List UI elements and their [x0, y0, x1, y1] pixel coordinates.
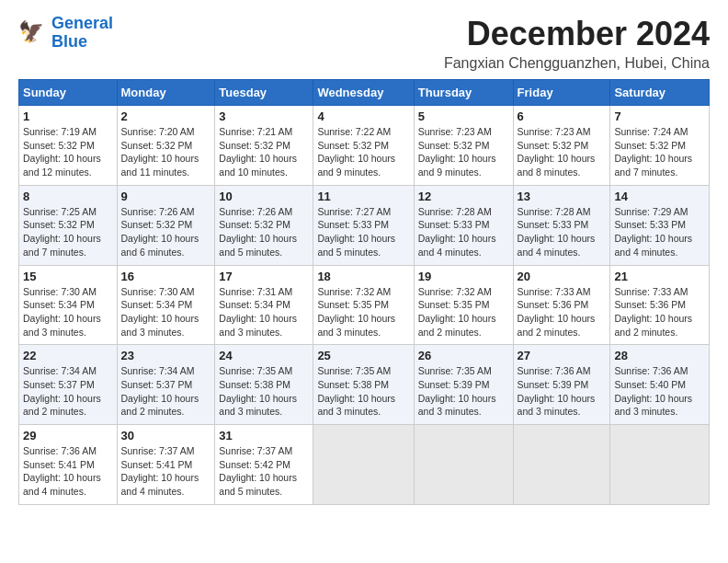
- day-number: 22: [23, 349, 113, 362]
- calendar-cell: 28Sunrise: 7:36 AMSunset: 5:40 PMDayligh…: [610, 345, 710, 425]
- weekday-header-cell: Saturday: [610, 80, 710, 106]
- weekday-header-cell: Thursday: [414, 80, 513, 106]
- cell-info: Sunrise: 7:32 AMSunset: 5:35 PMDaylight:…: [317, 285, 409, 339]
- weekday-header-cell: Friday: [513, 80, 610, 106]
- cell-info: Sunrise: 7:23 AMSunset: 5:32 PMDaylight:…: [518, 125, 607, 179]
- calendar-table: SundayMondayTuesdayWednesdayThursdayFrid…: [18, 79, 710, 505]
- calendar-cell: 23Sunrise: 7:34 AMSunset: 5:37 PMDayligh…: [117, 345, 215, 425]
- calendar-cell: [610, 425, 710, 505]
- cell-info: Sunrise: 7:25 AMSunset: 5:32 PMDaylight:…: [23, 205, 113, 259]
- calendar-week-row: 1Sunrise: 7:19 AMSunset: 5:32 PMDaylight…: [19, 106, 710, 186]
- cell-info: Sunrise: 7:22 AMSunset: 5:32 PMDaylight:…: [317, 125, 409, 179]
- day-number: 13: [518, 190, 607, 203]
- day-number: 23: [121, 349, 211, 362]
- cell-info: Sunrise: 7:26 AMSunset: 5:32 PMDaylight:…: [121, 205, 211, 259]
- calendar-cell: 8Sunrise: 7:25 AMSunset: 5:32 PMDaylight…: [19, 185, 118, 265]
- calendar-cell: [313, 425, 414, 505]
- calendar-cell: 1Sunrise: 7:19 AMSunset: 5:32 PMDaylight…: [19, 106, 118, 186]
- cell-info: Sunrise: 7:35 AMSunset: 5:38 PMDaylight:…: [317, 364, 409, 419]
- calendar-cell: 21Sunrise: 7:33 AMSunset: 5:36 PMDayligh…: [610, 265, 710, 345]
- day-number: 30: [121, 429, 211, 442]
- day-number: 5: [418, 109, 509, 123]
- day-number: 15: [23, 270, 113, 283]
- cell-info: Sunrise: 7:20 AMSunset: 5:32 PMDaylight:…: [121, 125, 211, 179]
- day-number: 31: [219, 429, 309, 442]
- weekday-header-row: SundayMondayTuesdayWednesdayThursdayFrid…: [19, 80, 710, 106]
- day-number: 9: [121, 190, 211, 203]
- day-number: 26: [418, 349, 509, 362]
- calendar-cell: 17Sunrise: 7:31 AMSunset: 5:34 PMDayligh…: [215, 265, 313, 345]
- month-title: December 2024: [444, 15, 710, 53]
- logo-icon: 🦅: [18, 18, 48, 48]
- weekday-header-cell: Monday: [117, 80, 215, 106]
- calendar-cell: 14Sunrise: 7:29 AMSunset: 5:33 PMDayligh…: [610, 185, 710, 265]
- cell-info: Sunrise: 7:23 AMSunset: 5:32 PMDaylight:…: [418, 125, 509, 179]
- day-number: 8: [23, 190, 113, 203]
- calendar-cell: 10Sunrise: 7:26 AMSunset: 5:32 PMDayligh…: [215, 185, 313, 265]
- cell-info: Sunrise: 7:37 AMSunset: 5:41 PMDaylight:…: [121, 444, 211, 499]
- calendar-cell: 5Sunrise: 7:23 AMSunset: 5:32 PMDaylight…: [414, 106, 513, 186]
- cell-info: Sunrise: 7:21 AMSunset: 5:32 PMDaylight:…: [219, 125, 309, 179]
- calendar-cell: 13Sunrise: 7:28 AMSunset: 5:33 PMDayligh…: [513, 185, 610, 265]
- day-number: 17: [219, 270, 309, 283]
- logo-text: General Blue: [51, 15, 113, 52]
- day-number: 12: [418, 190, 509, 203]
- cell-info: Sunrise: 7:35 AMSunset: 5:39 PMDaylight:…: [418, 364, 509, 419]
- day-number: 1: [23, 109, 113, 123]
- calendar-cell: 11Sunrise: 7:27 AMSunset: 5:33 PMDayligh…: [313, 185, 414, 265]
- calendar-cell: 4Sunrise: 7:22 AMSunset: 5:32 PMDaylight…: [313, 106, 414, 186]
- day-number: 7: [614, 109, 705, 123]
- weekday-header-cell: Sunday: [19, 80, 118, 106]
- calendar-cell: 9Sunrise: 7:26 AMSunset: 5:32 PMDaylight…: [117, 185, 215, 265]
- day-number: 16: [121, 270, 211, 283]
- calendar-cell: 7Sunrise: 7:24 AMSunset: 5:32 PMDaylight…: [610, 106, 710, 186]
- calendar-cell: 27Sunrise: 7:36 AMSunset: 5:39 PMDayligh…: [513, 345, 610, 425]
- cell-info: Sunrise: 7:32 AMSunset: 5:35 PMDaylight:…: [418, 285, 509, 339]
- day-number: 3: [219, 109, 309, 123]
- cell-info: Sunrise: 7:28 AMSunset: 5:33 PMDaylight:…: [418, 205, 509, 259]
- calendar-cell: 2Sunrise: 7:20 AMSunset: 5:32 PMDaylight…: [117, 106, 215, 186]
- cell-info: Sunrise: 7:37 AMSunset: 5:42 PMDaylight:…: [219, 444, 309, 499]
- calendar-cell: 22Sunrise: 7:34 AMSunset: 5:37 PMDayligh…: [19, 345, 118, 425]
- calendar-cell: 24Sunrise: 7:35 AMSunset: 5:38 PMDayligh…: [215, 345, 313, 425]
- cell-info: Sunrise: 7:33 AMSunset: 5:36 PMDaylight:…: [518, 285, 607, 339]
- cell-info: Sunrise: 7:27 AMSunset: 5:33 PMDaylight:…: [317, 205, 409, 259]
- calendar-cell: 6Sunrise: 7:23 AMSunset: 5:32 PMDaylight…: [513, 106, 610, 186]
- day-number: 25: [317, 349, 409, 362]
- svg-text:🦅: 🦅: [18, 19, 44, 44]
- cell-info: Sunrise: 7:24 AMSunset: 5:32 PMDaylight:…: [614, 125, 705, 179]
- calendar-cell: [513, 425, 610, 505]
- cell-info: Sunrise: 7:36 AMSunset: 5:39 PMDaylight:…: [518, 364, 607, 419]
- cell-info: Sunrise: 7:36 AMSunset: 5:40 PMDaylight:…: [614, 364, 705, 419]
- calendar-week-row: 15Sunrise: 7:30 AMSunset: 5:34 PMDayligh…: [19, 265, 710, 345]
- cell-info: Sunrise: 7:36 AMSunset: 5:41 PMDaylight:…: [23, 444, 113, 499]
- day-number: 6: [518, 109, 607, 123]
- cell-info: Sunrise: 7:29 AMSunset: 5:33 PMDaylight:…: [614, 205, 705, 259]
- weekday-header-cell: Wednesday: [313, 80, 414, 106]
- day-number: 27: [518, 349, 607, 362]
- calendar-cell: 29Sunrise: 7:36 AMSunset: 5:41 PMDayligh…: [19, 425, 118, 505]
- calendar-week-row: 29Sunrise: 7:36 AMSunset: 5:41 PMDayligh…: [19, 425, 710, 505]
- calendar-cell: 15Sunrise: 7:30 AMSunset: 5:34 PMDayligh…: [19, 265, 118, 345]
- calendar-cell: 26Sunrise: 7:35 AMSunset: 5:39 PMDayligh…: [414, 345, 513, 425]
- day-number: 11: [317, 190, 409, 203]
- day-number: 28: [614, 349, 705, 362]
- title-section: December 2024 Fangxian Chengguanzhen, Hu…: [444, 15, 710, 72]
- day-number: 4: [317, 109, 409, 123]
- day-number: 2: [121, 109, 211, 123]
- calendar-cell: 19Sunrise: 7:32 AMSunset: 5:35 PMDayligh…: [414, 265, 513, 345]
- calendar-cell: 31Sunrise: 7:37 AMSunset: 5:42 PMDayligh…: [215, 425, 313, 505]
- day-number: 10: [219, 190, 309, 203]
- cell-info: Sunrise: 7:34 AMSunset: 5:37 PMDaylight:…: [121, 364, 211, 419]
- cell-info: Sunrise: 7:28 AMSunset: 5:33 PMDaylight:…: [518, 205, 607, 259]
- calendar-body: 1Sunrise: 7:19 AMSunset: 5:32 PMDaylight…: [19, 106, 710, 505]
- calendar-cell: 30Sunrise: 7:37 AMSunset: 5:41 PMDayligh…: [117, 425, 215, 505]
- cell-info: Sunrise: 7:26 AMSunset: 5:32 PMDaylight:…: [219, 205, 309, 259]
- cell-info: Sunrise: 7:31 AMSunset: 5:34 PMDaylight:…: [219, 285, 309, 339]
- day-number: 20: [518, 270, 607, 283]
- logo-line1: General: [51, 14, 113, 32]
- calendar-cell: 16Sunrise: 7:30 AMSunset: 5:34 PMDayligh…: [117, 265, 215, 345]
- cell-info: Sunrise: 7:30 AMSunset: 5:34 PMDaylight:…: [23, 285, 113, 339]
- logo: 🦅 General Blue: [18, 15, 113, 52]
- day-number: 19: [418, 270, 509, 283]
